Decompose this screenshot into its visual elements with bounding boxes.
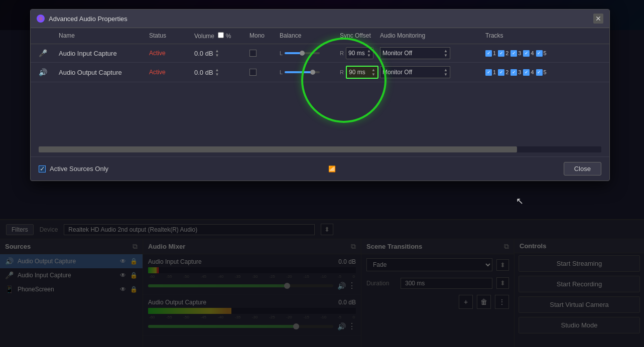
row2-monitor-spin[interactable]: ▲▼ — [444, 68, 448, 77]
row1-monitor-spin[interactable]: ▲▼ — [444, 49, 448, 58]
row1-mono — [249, 50, 280, 57]
row2-mono — [249, 69, 280, 76]
row1-mono-checkbox[interactable] — [249, 50, 256, 57]
modal-title: Advanced Audio Properties — [49, 15, 127, 23]
table-header: Name Status Volume % Mono Balance Sync O… — [31, 28, 609, 44]
signal-area: 📶 — [328, 165, 344, 172]
row2-balance: L — [280, 69, 340, 75]
signal-bars-icon: 📶 — [328, 165, 336, 172]
row1-tracks: ✓ 1 ✓ 2 ✓ 3 ✓ 4 ✓ 5 — [485, 50, 586, 57]
row1-volume-spin[interactable]: ▲▼ — [215, 49, 219, 58]
active-sources-label: Active Sources Only — [50, 165, 108, 172]
row1-track-4[interactable]: ✓ 4 — [523, 50, 534, 57]
row2-volume-spin[interactable]: ▲▼ — [215, 68, 219, 77]
row1-track-5[interactable]: ✓ 5 — [536, 50, 547, 57]
row1-balance-track[interactable] — [285, 52, 320, 54]
row2-name: Audio Output Capture — [59, 69, 149, 76]
horizontal-scrollbar[interactable] — [39, 146, 601, 152]
row1-sync-spin[interactable]: ▲▼ — [367, 49, 371, 58]
row2-track-4[interactable]: ✓ 4 — [523, 69, 534, 76]
row2-mono-checkbox[interactable] — [249, 69, 256, 76]
table-row: 🎤 Audio Input Capture Active 0.0 dB ▲▼ L… — [31, 44, 609, 63]
row2-monitor: Monitor Off ▲▼ — [380, 66, 485, 78]
modal-close-button[interactable]: ✕ — [593, 14, 603, 24]
col-balance: Balance — [280, 32, 340, 40]
row2-sync: R 90 ms ▲▼ — [340, 66, 380, 79]
row1-sync: R 90 ms ▲▼ — [340, 47, 380, 59]
col-volume: Volume % — [194, 32, 249, 40]
row1-volume: 0.0 dB ▲▼ — [194, 49, 249, 58]
row1-icon: 🎤 — [39, 49, 59, 57]
col-tracks: Tracks — [485, 32, 586, 40]
row2-status: Active — [149, 69, 194, 76]
volume-checkbox[interactable] — [218, 32, 224, 38]
table-row: 🔊 Audio Output Capture Active 0.0 dB ▲▼ … — [31, 63, 609, 82]
row2-icon: 🔊 — [39, 68, 59, 76]
row1-monitor: Monitor Off ▲▼ — [380, 47, 485, 59]
row2-sync-input[interactable]: 90 ms ▲▼ — [346, 66, 378, 79]
row1-name: Audio Input Capture — [59, 50, 149, 57]
row2-track-2[interactable]: ✓ 2 — [498, 69, 508, 76]
row2-monitor-select[interactable]: Monitor Off ▲▼ — [380, 66, 450, 78]
modal-app-icon — [37, 15, 45, 23]
row1-sync-input[interactable]: 90 ms ▲▼ — [346, 47, 373, 59]
advanced-audio-modal: Advanced Audio Properties ✕ Name Status … — [30, 9, 610, 181]
col-monitoring: Audio Monitoring — [380, 32, 485, 40]
table-spacer — [31, 82, 609, 142]
row1-balance: L — [280, 50, 340, 56]
row2-balance-track[interactable] — [285, 71, 320, 73]
svg-point-0 — [39, 17, 43, 21]
modal-footer: ✓ Active Sources Only 📶 Close — [31, 156, 609, 181]
row1-balance-l: L — [280, 50, 283, 56]
row2-sync-spin[interactable]: ▲▼ — [371, 68, 375, 77]
row2-track-3[interactable]: ✓ 3 — [510, 69, 521, 76]
col-icon — [39, 32, 59, 40]
row1-status: Active — [149, 50, 194, 57]
modal-titlebar: Advanced Audio Properties ✕ — [31, 10, 609, 28]
row2-track-1[interactable]: ✓ 1 — [485, 69, 496, 76]
scroll-thumb[interactable] — [39, 146, 517, 152]
modal-title-area: Advanced Audio Properties — [37, 15, 127, 23]
row2-track-5[interactable]: ✓ 5 — [536, 69, 547, 76]
col-mono: Mono — [249, 32, 280, 40]
active-sources-area: ✓ Active Sources Only — [39, 165, 108, 172]
active-sources-checkbox[interactable]: ✓ — [39, 165, 46, 172]
row2-volume: 0.0 dB ▲▼ — [194, 68, 249, 77]
row1-volume-value: 0.0 dB — [194, 50, 213, 57]
row2-volume-value: 0.0 dB — [194, 69, 213, 76]
row2-balance-l: L — [280, 69, 283, 75]
close-button[interactable]: Close — [564, 162, 601, 176]
col-name: Name — [59, 32, 149, 40]
row2-tracks: ✓ 1 ✓ 2 ✓ 3 ✓ 4 ✓ 5 — [485, 69, 586, 76]
col-status: Status — [149, 32, 194, 40]
row1-monitor-select[interactable]: Monitor Off ▲▼ — [380, 47, 450, 59]
row2-sync-r: R — [340, 69, 344, 75]
row1-track-1[interactable]: ✓ 1 — [485, 50, 496, 57]
col-sync: Sync Offset — [340, 32, 380, 40]
row1-track-3[interactable]: ✓ 3 — [510, 50, 521, 57]
row1-sync-r: R — [340, 50, 344, 56]
row1-track-2[interactable]: ✓ 2 — [498, 50, 508, 57]
